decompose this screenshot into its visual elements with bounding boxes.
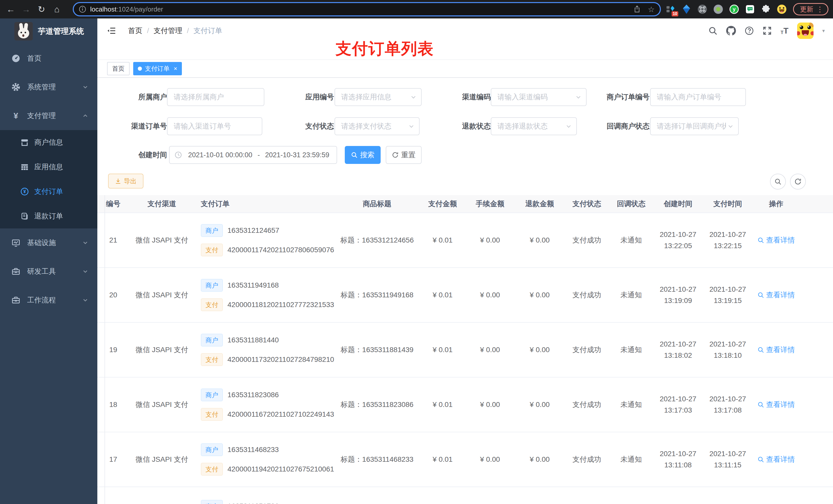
store-icon [20, 138, 29, 147]
extension-kite-icon[interactable] [682, 5, 691, 14]
browser-chrome: ← → ↻ ⌂ localhost:1024/pay/order ☆ 10 [0, 0, 833, 19]
pay-amount: ¥ 0.01 [420, 455, 465, 463]
share-icon[interactable] [634, 5, 641, 13]
extension-badge: 10 [672, 11, 678, 16]
page-content: 所属商户 应用编号 渠道编码 商户订单编号 [97, 78, 833, 504]
breadcrumb-payment[interactable]: 支付管理 [154, 26, 182, 35]
view-detail-link[interactable]: 查看详情 [757, 400, 795, 409]
tab-home[interactable]: 首页 [107, 62, 129, 75]
row-actions: 查看详情 [753, 455, 800, 464]
view-detail-link[interactable]: 查看详情 [757, 455, 795, 464]
browser-forward-icon[interactable]: → [19, 2, 34, 17]
notify-status: 未通知 [609, 345, 653, 355]
fee-amount: ¥ 0.00 [465, 455, 515, 463]
reset-button[interactable]: 重置 [386, 146, 422, 164]
browser-update-button[interactable]: 更新 ⋮ [793, 3, 828, 15]
extension-chat-icon[interactable] [745, 5, 755, 14]
fullscreen-icon[interactable] [763, 26, 772, 35]
sidebar-item-infra[interactable]: 基础设施 [0, 229, 97, 257]
view-detail-link[interactable]: 查看详情 [757, 345, 795, 355]
font-size-icon[interactable]: TT [781, 27, 788, 35]
tab-pay-order[interactable]: 支付订单 × [133, 62, 182, 75]
order-numbers: 商户1635311251736 [195, 487, 334, 504]
sidebar-item-pay-order[interactable]: ¥ 支付订单 [0, 179, 97, 204]
pay-status: 支付成功 [565, 400, 609, 409]
browser-reload-icon[interactable]: ↻ [34, 2, 49, 17]
view-detail-link[interactable]: 查看详情 [757, 235, 795, 245]
sidebar-item-app-info[interactable]: 应用信息 [0, 155, 97, 179]
channel-code-select [491, 88, 587, 106]
sidebar: 芋道管理系统 首页 系统管理 [0, 19, 97, 504]
url-bar[interactable]: localhost:1024/pay/order ☆ [73, 2, 661, 16]
bookmark-star-icon[interactable]: ☆ [648, 5, 655, 14]
extension-y-icon[interactable]: y [730, 5, 739, 14]
app-title: 芋道管理系统 [38, 26, 84, 37]
refresh-table-button[interactable] [790, 174, 806, 190]
toggle-search-button[interactable] [770, 174, 786, 190]
notify-status: 未通知 [609, 235, 653, 245]
refund-status-select [491, 117, 577, 135]
browser-home-icon[interactable]: ⌂ [49, 2, 65, 17]
sidebar-item-home[interactable]: 首页 [0, 44, 97, 73]
pay-amount: ¥ 0.01 [420, 346, 465, 354]
chevron-down-icon [82, 84, 88, 90]
order-numbers: 商户1635311949168 支付4200001181202110277723… [195, 279, 334, 311]
merchant-filter-input[interactable] [168, 89, 264, 105]
url-host: localhost [90, 5, 117, 13]
app-logo-row[interactable]: 芋道管理系统 [0, 19, 97, 44]
sidebar-item-refund-order[interactable]: 退款订单 [0, 204, 97, 229]
extensions-puzzle-icon[interactable] [761, 5, 770, 14]
sidebar-item-payment[interactable]: ¥ 支付管理 [0, 101, 97, 130]
pay-tag: 支付 [201, 243, 223, 256]
sidebar-item-system[interactable]: 系统管理 [0, 73, 97, 101]
refund-status-input[interactable] [491, 118, 576, 135]
search-button[interactable]: 搜索 [345, 146, 381, 164]
start-datetime: 2021-10-01 00:00:00 [186, 151, 255, 159]
create-time-range-picker[interactable]: 2021-10-01 00:00:00 - 2021-10-31 23:59:5… [169, 146, 337, 164]
callback-status-input[interactable] [651, 118, 738, 135]
view-detail-link[interactable]: 查看详情 [757, 290, 795, 300]
callback-status-select [650, 117, 739, 135]
channel-code-input[interactable] [491, 89, 586, 105]
order-id: 18 [97, 401, 129, 409]
export-button[interactable]: 导出 [108, 174, 143, 189]
breadcrumb-home[interactable]: 首页 [128, 26, 142, 35]
github-icon[interactable] [726, 26, 736, 35]
breadcrumb: 首页 / 支付管理 / 支付订单 [128, 26, 222, 35]
document-icon [20, 212, 29, 220]
tab-close-icon[interactable]: × [174, 65, 177, 72]
sidebar-item-workflow[interactable]: 工作流程 [0, 286, 97, 314]
merchant-tag: 商户 [201, 500, 223, 504]
avatar-caret-icon[interactable]: ▾ [822, 28, 825, 34]
profile-emoji-icon[interactable] [777, 5, 786, 14]
header-search-icon[interactable] [708, 26, 717, 35]
extension-dot-icon[interactable] [714, 5, 723, 14]
extension-command-icon[interactable] [698, 5, 707, 14]
channel-code-label: 渠道编码 [414, 88, 491, 106]
table-row: 21 微信 JSAPI 支付 商户1635312124657 支付4200001… [97, 213, 833, 268]
app-filter-select [335, 88, 422, 106]
channel-order-input[interactable] [168, 118, 262, 135]
user-avatar[interactable] [797, 23, 813, 39]
order-id: 19 [97, 346, 129, 354]
merchant-order-input[interactable] [651, 89, 745, 105]
extension-blocks-icon[interactable]: 10 [666, 5, 675, 14]
sidebar-item-devtools[interactable]: 研发工具 [0, 257, 97, 286]
orders-table: 编号 支付渠道 支付订单 商品标题 支付金额 手续金额 退款金额 支付状态 回调… [97, 195, 833, 504]
yen-icon: ¥ [11, 112, 21, 120]
sidebar-item-merchant-info[interactable]: 商户信息 [0, 130, 97, 155]
app-filter-input[interactable] [335, 89, 421, 105]
product-title: 标题：1635311881439 [334, 345, 420, 355]
help-icon[interactable] [745, 26, 754, 35]
browser-back-icon[interactable]: ← [3, 2, 19, 17]
product-title: 标题：1635311468233 [334, 455, 420, 464]
dashboard-icon [11, 54, 21, 63]
notify-status: 未通知 [609, 455, 653, 464]
pay-time: 2021-10-2713:22:15 [703, 229, 753, 251]
browser-menu-dots-icon: ⋮ [816, 5, 824, 14]
sidebar-fold-icon[interactable] [107, 27, 116, 34]
product-title: 标题：1635312124656 [334, 235, 420, 245]
site-info-icon[interactable] [79, 6, 86, 13]
pay-status-label: 支付状态 [257, 117, 334, 135]
pay-status-input[interactable] [335, 118, 419, 135]
